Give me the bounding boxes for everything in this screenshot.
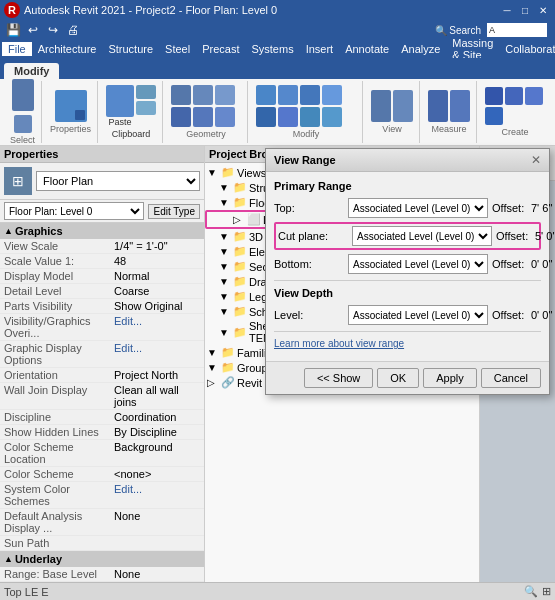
prop-discipline: Discipline Coordination	[0, 410, 204, 425]
expand-icon: ▼	[207, 167, 221, 178]
menu-bar: File Architecture Structure Steel Precas…	[0, 40, 555, 58]
qat-undo-button[interactable]: ↩	[24, 21, 42, 39]
bottom-label: Bottom:	[274, 258, 344, 270]
cut-plane-offset-label: Offset:	[496, 230, 531, 242]
show-button[interactable]: << Show	[304, 368, 373, 388]
menu-structure[interactable]: Structure	[102, 42, 159, 56]
create-icon3	[525, 87, 543, 105]
dialog-divider2	[274, 331, 541, 332]
dialog-footer: << Show OK Apply Cancel	[266, 361, 549, 394]
measure-icon2	[450, 90, 470, 122]
menu-insert[interactable]: Insert	[300, 42, 340, 56]
geo-icon1	[171, 85, 191, 105]
top-offset-value: 7' 6"	[531, 202, 555, 214]
view-scale-value: 1/4" = 1'-0"	[114, 240, 200, 252]
clipboard-label: Clipboard	[106, 129, 156, 139]
analysis-display-label: Default Analysis Display ...	[4, 510, 114, 534]
menu-annotate[interactable]: Annotate	[339, 42, 395, 56]
view-controls[interactable]: ⊞	[542, 585, 551, 598]
status-bar: Top LE E 🔍 ⊞	[0, 582, 555, 600]
bottom-level-select[interactable]: Associated Level (Level 0)	[348, 254, 488, 274]
paste-label: Paste	[109, 117, 132, 127]
ribbon: Modify Select Properties	[0, 58, 555, 146]
close-button[interactable]: ✕	[535, 2, 551, 18]
ribbon-group-select: Select	[4, 81, 42, 143]
menu-file[interactable]: File	[2, 42, 32, 56]
menu-steel[interactable]: Steel	[159, 42, 196, 56]
prop-sun-path: Sun Path	[0, 536, 204, 551]
qat-save-button[interactable]: 💾	[4, 21, 22, 39]
level-dropdown[interactable]: Floor Plan: Level 0	[4, 202, 144, 220]
menu-analyze[interactable]: Analyze	[395, 42, 446, 56]
learn-more-link[interactable]: Learn more about view range	[274, 338, 541, 349]
expand-icon4: ▼	[219, 231, 233, 242]
menu-systems[interactable]: Systems	[245, 42, 299, 56]
underlay-label: Underlay	[15, 553, 62, 565]
sys-color-label: System Color Schemes	[4, 483, 114, 507]
graphics-properties: View Scale 1/4" = 1'-0" Scale Value 1: 4…	[0, 239, 204, 551]
dialog-row-top: Top: Associated Level (Level 0) Offset: …	[274, 198, 541, 218]
ribbon-group-clipboard: Paste Clipboard	[100, 81, 163, 143]
cut-plane-label: Cut plane:	[278, 230, 348, 242]
minimize-button[interactable]: ─	[499, 2, 515, 18]
top-level-select[interactable]: Associated Level (Level 0)	[348, 198, 488, 218]
edit-type-button[interactable]: Edit Type	[148, 204, 200, 219]
properties-panel: Properties ⊞ Floor Plan Floor Plan: Leve…	[0, 146, 205, 598]
menu-architecture[interactable]: Architecture	[32, 42, 103, 56]
menu-precast[interactable]: Precast	[196, 42, 245, 56]
discipline-label: Discipline	[4, 411, 114, 423]
graphic-display-link[interactable]: Edit...	[114, 342, 142, 366]
view-range-dialog: View Range ✕ Primary Range Top: Associat…	[265, 148, 550, 395]
ribbon-tab-modify[interactable]: Modify	[4, 63, 59, 79]
vis-graphics-link[interactable]: Edit...	[114, 315, 142, 339]
view-depth-offset-value: 0' 0"	[531, 309, 555, 321]
parts-vis-value: Show Original	[114, 300, 200, 312]
menu-collaborate[interactable]: Collaborate	[499, 42, 555, 56]
select-icon	[12, 79, 34, 111]
maximize-button[interactable]: □	[517, 2, 533, 18]
measure-group-label: Measure	[432, 124, 467, 134]
qat-redo-button[interactable]: ↪	[44, 21, 62, 39]
color-scheme-label: Color Scheme	[4, 468, 114, 480]
qat-print-button[interactable]: 🖨	[64, 21, 82, 39]
ribbon-content: Select Properties Paste	[0, 79, 555, 145]
view-depth-select[interactable]: Associated Level (Level 0)	[348, 305, 488, 325]
zoom-icon[interactable]: 🔍	[524, 585, 538, 598]
expand-icon9: ▼	[219, 306, 233, 317]
type-dropdown[interactable]: Floor Plan	[36, 171, 200, 191]
wall-join-value: Clean all wall joins	[114, 384, 200, 408]
prop-wall-join: Wall Join Display Clean all wall joins	[0, 383, 204, 410]
geo-icon2	[193, 85, 213, 105]
prop-sys-color: System Color Schemes Edit...	[0, 482, 204, 509]
graphics-section-header[interactable]: ▲ Graphics	[0, 223, 204, 239]
cut-plane-select[interactable]: Associated Level (Level 0)	[352, 226, 492, 246]
underlay-section-header[interactable]: ▲ Underlay	[0, 551, 204, 567]
dialog-row-cut-plane: Cut plane: Associated Level (Level 0) Of…	[274, 222, 541, 250]
window-controls[interactable]: ─ □ ✕	[499, 2, 551, 18]
ok-button[interactable]: OK	[377, 368, 419, 388]
ribbon-group-modify: Modify	[250, 81, 363, 143]
mod-icon2	[278, 85, 298, 105]
prop-analysis-display: Default Analysis Display ... None	[0, 509, 204, 536]
properties-header: Properties	[0, 146, 204, 163]
select-group-label: Select	[10, 135, 35, 145]
prop-detail-level: Detail Level Coarse	[0, 284, 204, 299]
dialog-close-button[interactable]: ✕	[531, 153, 541, 167]
hidden-lines-value: By Discipline	[114, 426, 200, 438]
create-icon2	[505, 87, 523, 105]
sys-color-link[interactable]: Edit...	[114, 483, 142, 507]
display-model-value: Normal	[114, 270, 200, 282]
color-scheme-loc-label: Color Scheme Location	[4, 441, 114, 465]
geo-icon4	[171, 107, 191, 127]
search-bar[interactable]: 🔍 Search	[435, 25, 481, 36]
apply-button[interactable]: Apply	[423, 368, 477, 388]
geo-icon5	[193, 107, 213, 127]
geo-icon3	[215, 85, 235, 105]
ribbon-group-geometry: Geometry	[165, 81, 248, 143]
color-scheme-loc-value: Background	[114, 441, 200, 465]
type-selector: ⊞ Floor Plan	[0, 163, 204, 200]
mod-icon6	[278, 107, 298, 127]
cut-icon	[136, 85, 156, 99]
prop-display-model: Display Model Normal	[0, 269, 204, 284]
cancel-button[interactable]: Cancel	[481, 368, 541, 388]
